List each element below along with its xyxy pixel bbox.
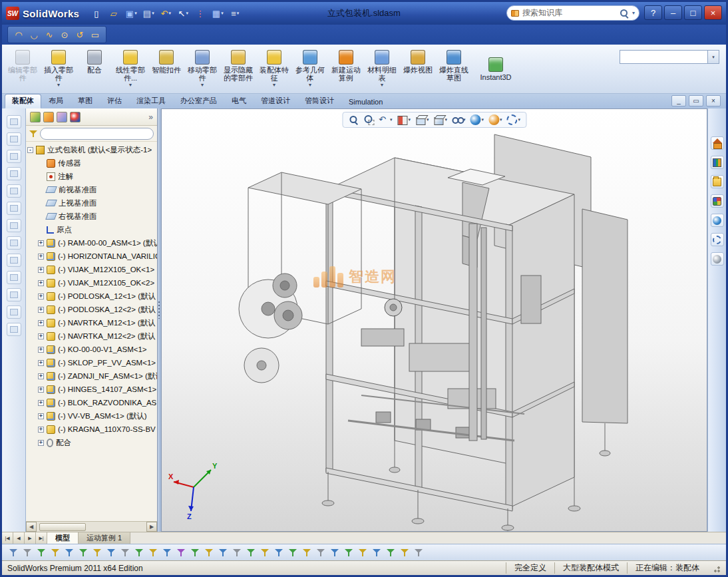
left-tool-icon[interactable] [7, 219, 21, 232]
ribbon-button[interactable]: 插入零部件 ▼ [41, 47, 77, 92]
ribbon-button[interactable]: 爆炸直线草图 [436, 47, 472, 92]
command-tab[interactable]: 电气 [224, 94, 254, 108]
feature-tree-item[interactable]: + (-) SKLOP_PF_VV_ASM<1> [26, 356, 157, 369]
ribbon-button[interactable]: 新建运动算例 [328, 47, 364, 92]
prev-tab-button[interactable]: ◀ [13, 532, 25, 544]
scrollbar-thumb[interactable] [39, 523, 86, 531]
expand-toggle[interactable]: + [38, 413, 44, 419]
selection-filter-icon[interactable] [7, 546, 20, 559]
selection-filter-icon[interactable] [385, 546, 397, 559]
view-orientation-icon[interactable]: ▾ [414, 114, 431, 126]
zoom-area-icon[interactable] [362, 114, 375, 126]
configurationmanager-tab[interactable] [57, 112, 67, 122]
undo-icon[interactable]: ↶ ▾ [158, 5, 174, 21]
selection-filter-icon[interactable] [217, 546, 230, 559]
left-tool-icon[interactable] [7, 150, 21, 163]
expand-toggle[interactable]: + [38, 254, 44, 260]
selection-filter-icon[interactable] [231, 546, 244, 559]
ribbon-button[interactable]: 移动零部件 ▼ [184, 47, 220, 92]
selection-filter-icon[interactable] [329, 546, 341, 559]
expand-toggle[interactable]: + [38, 400, 44, 406]
selection-filter-icon[interactable] [273, 546, 285, 559]
ribbon-combobox[interactable]: ▾ [620, 50, 719, 64]
scene-icon[interactable]: ▾ [487, 114, 504, 126]
feature-tree-item[interactable]: + (-) PODLOSKA_12<2> (默认 [26, 303, 157, 316]
selection-filter-icon[interactable] [287, 546, 299, 559]
expand-toggle[interactable]: + [38, 307, 44, 313]
maximize-button[interactable]: □ [684, 5, 702, 20]
selection-filter-icon[interactable] [315, 546, 327, 559]
expand-toggle[interactable]: + [38, 280, 44, 286]
quick-tool-icon[interactable]: ∿ [43, 28, 56, 41]
grid-icon[interactable]: ▦ ▾ [210, 5, 226, 21]
ribbon-button[interactable]: 智能扣件 [148, 47, 184, 92]
ribbon-button[interactable]: 装配体特征 ▼ [256, 47, 292, 92]
feature-tree-item[interactable]: + (-) KRAGNA_110X70-SS-BV [26, 423, 157, 436]
quick-tool-icon[interactable]: ◡ [27, 28, 41, 41]
selection-filter-icon[interactable] [245, 546, 258, 559]
feature-tree-item[interactable]: + (-) RAM-00-00_ASM<1> (默认 [26, 236, 157, 250]
expand-toggle[interactable]: + [38, 440, 44, 446]
ribbon-button[interactable]: 编辑零部件 [5, 47, 41, 92]
selection-filter-icon[interactable] [147, 546, 160, 559]
ribbon-button[interactable]: 材料明细表 ▼ [364, 47, 400, 92]
command-tab[interactable]: 管筒设计 [297, 94, 341, 108]
feature-tree-item[interactable]: 原点 [26, 223, 157, 236]
expand-toggle[interactable]: + [38, 360, 44, 366]
selection-filter-icon[interactable] [203, 546, 216, 559]
feature-tree-item[interactable]: + (-) BLOK_RAZVODNIKA_AS [26, 396, 157, 409]
ribbon-button[interactable]: Instant3D [472, 47, 520, 92]
ribbon-button[interactable]: 显示隐藏的零部件 [220, 47, 256, 92]
quick-tool-icon[interactable]: ↺ [73, 28, 87, 41]
resources-home-icon[interactable] [711, 136, 724, 150]
command-tab[interactable]: 装配体 [5, 94, 41, 108]
study-tab[interactable]: 模型 [47, 532, 79, 544]
next-tab-button[interactable]: ▶ [25, 532, 36, 544]
feature-tree-item[interactable]: 上视基准面 [26, 196, 157, 210]
selection-filter-icon[interactable] [105, 546, 118, 559]
feature-tree-item[interactable]: 右视基准面 [26, 210, 157, 223]
expand-toggle[interactable]: + [38, 293, 44, 299]
expand-toggle[interactable]: + [38, 267, 44, 273]
design-library-icon[interactable] [711, 156, 724, 169]
displaymanager-tab[interactable] [70, 112, 81, 122]
selection-filter-icon[interactable] [259, 546, 272, 559]
expand-toggle[interactable]: + [38, 373, 44, 379]
pin-icon[interactable] [711, 252, 724, 266]
selection-filter-icon[interactable] [21, 546, 34, 559]
expand-toggle[interactable]: + [38, 240, 44, 246]
feature-tree-item[interactable]: + 配合 [26, 436, 157, 449]
selection-filter-icon[interactable] [77, 546, 90, 559]
command-tab[interactable]: 评估 [100, 94, 129, 108]
help-button[interactable]: ? [644, 5, 662, 20]
previous-view-icon[interactable]: ↶ ▾ [377, 114, 394, 126]
ribbon-button[interactable]: 参考几何体 ▼ [292, 47, 328, 92]
scroll-left-icon[interactable]: ◀ [26, 522, 37, 532]
feature-tree-item[interactable]: 注解 [26, 170, 157, 183]
search-icon[interactable] [620, 9, 629, 18]
edit-appearance-icon[interactable]: ▾ [469, 114, 486, 126]
selection-filter-icon[interactable] [49, 546, 62, 559]
tree-horizontal-scrollbar[interactable]: ◀ ▶ [26, 521, 157, 532]
expand-toggle[interactable]: + [38, 347, 44, 353]
selection-filter-icon[interactable] [63, 546, 76, 559]
command-tab[interactable]: 草图 [71, 94, 100, 108]
feature-tree-item[interactable]: + (-) PODLOSKA_12<1> (默认 [26, 289, 157, 303]
propertymanager-tab[interactable] [43, 112, 54, 122]
feature-tree-item[interactable]: + (-) NAVRTKA_M12<1> (默认 [26, 316, 157, 329]
select-icon[interactable]: ↖ ▾ [175, 5, 191, 21]
quick-tool-icon[interactable]: ◠ [12, 28, 25, 41]
toolbox-icon[interactable]: ⋮ [192, 5, 208, 21]
view-palette-icon[interactable] [711, 194, 724, 208]
minimize-button[interactable]: – [664, 5, 682, 20]
left-tool-icon[interactable] [7, 236, 21, 250]
left-tool-icon[interactable] [7, 271, 21, 284]
selection-filter-icon[interactable] [399, 546, 411, 559]
left-tool-icon[interactable] [7, 132, 21, 146]
expand-toggle[interactable]: + [38, 387, 44, 393]
ribbon-button[interactable]: 爆炸视图 [400, 47, 436, 92]
study-tab[interactable]: 运动算例 1 [79, 532, 130, 544]
command-tab[interactable]: Simulation [341, 96, 390, 108]
selection-filter-icon[interactable] [91, 546, 104, 559]
save-icon[interactable]: ▣ ▾ [123, 5, 139, 21]
